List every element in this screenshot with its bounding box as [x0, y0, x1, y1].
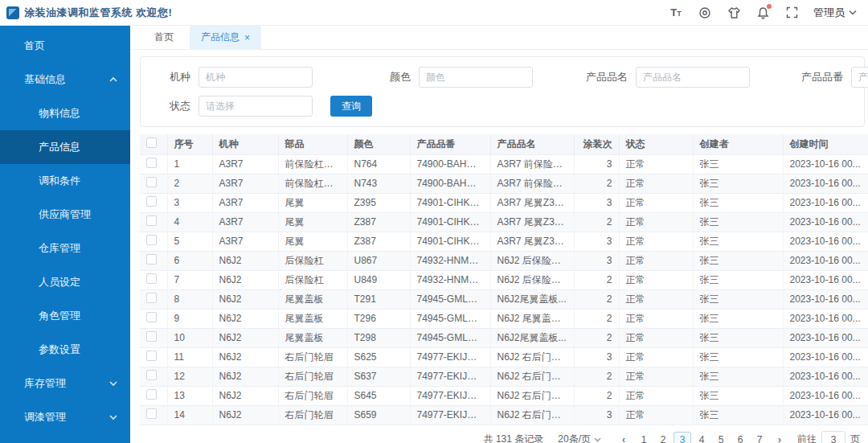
row-checkbox[interactable] [146, 254, 157, 265]
sidebar-item-角色管理[interactable]: 角色管理 [0, 299, 130, 333]
row-checkbox[interactable] [146, 408, 157, 419]
cell-status: 正常 [619, 270, 693, 289]
row-checkbox[interactable] [146, 196, 157, 207]
row-checkbox[interactable] [146, 177, 157, 187]
goto-page-input[interactable] [821, 431, 845, 443]
cell-product-name: N6J2 后保险杠... [490, 270, 574, 289]
cell-coat-count: 3 [574, 232, 619, 251]
cell-status: 正常 [619, 232, 693, 251]
cell-color: T298 [347, 328, 410, 347]
cell-seq: 13 [167, 386, 212, 405]
table-row: 3A3R7尾翼Z39574901-CIHK00...A3R7 尾翼Z395...… [140, 193, 868, 212]
cell-created-at: 2023-10-16 00... [783, 232, 868, 251]
sidebar-item-基础信息[interactable]: 基础信息 [0, 63, 130, 96]
cell-created-at: 2023-10-16 00... [783, 386, 868, 405]
theme-shirt-icon[interactable] [727, 6, 741, 20]
cell-seq: 9 [167, 309, 212, 328]
col-header-part: 部品 [278, 134, 347, 154]
cell-status: 正常 [619, 347, 693, 367]
chevron-down-icon [109, 415, 117, 420]
cell-created-at: 2023-10-16 00... [783, 251, 868, 270]
page-size-select[interactable]: 20条/页 [555, 431, 604, 443]
fullscreen-icon[interactable] [784, 6, 799, 20]
row-checkbox[interactable] [146, 351, 157, 361]
sidebar-item-库存管理[interactable]: 库存管理 [0, 367, 130, 400]
page-number-5[interactable]: 5 [712, 432, 730, 443]
cell-part: 右后门轮眉 [278, 405, 347, 425]
row-checkbox[interactable] [146, 273, 157, 284]
color-input[interactable] [419, 67, 533, 88]
sidebar-item-供应商管理[interactable]: 供应商管理 [0, 198, 130, 232]
sidebar-item-调漆管理[interactable]: 调漆管理 [0, 400, 130, 434]
cell-part-no: 74977-EKIJM0... [410, 386, 490, 405]
cell-coat-count: 3 [574, 251, 619, 270]
cell-creator: 张三 [693, 405, 783, 425]
chevron-down-icon [594, 437, 601, 442]
cell-part: 尾翼 [278, 232, 347, 251]
table-header-row: 序号机种部品颜色产品品番产品品名涂装次状态创建者创建时间 [140, 134, 868, 154]
cell-coat-count: 2 [574, 174, 619, 193]
cell-product-name: A3R7 前保险杠... [490, 154, 574, 174]
sidebar-item-物料信息[interactable]: 物料信息 [0, 96, 130, 130]
sidebar-item-参数设置[interactable]: 参数设置 [0, 333, 130, 367]
machine-type-input[interactable] [199, 67, 313, 88]
cell-created-at: 2023-10-16 00... [783, 328, 868, 347]
row-checkbox[interactable] [146, 312, 157, 322]
cell-product-name: N6J2 右后门轮... [490, 347, 574, 367]
cell-model: N6J2 [212, 328, 278, 347]
font-size-icon[interactable]: TT [669, 6, 683, 20]
row-checkbox[interactable] [146, 370, 157, 380]
cell-product-name: A3R7 尾翼Z387... [490, 212, 574, 232]
cell-part: 前保险杠饰件 [278, 174, 347, 193]
cell-creator: 张三 [693, 154, 783, 174]
sidebar-item-首页[interactable]: 首页 [0, 29, 130, 63]
cell-part: 右后门轮眉 [278, 386, 347, 405]
cell-coat-count: 3 [574, 405, 619, 425]
cell-seq: 5 [167, 232, 212, 251]
prev-page-button[interactable]: ‹ [616, 432, 632, 443]
page-number-6[interactable]: 6 [731, 432, 749, 443]
tab-product-info[interactable]: 产品信息 × [190, 26, 261, 50]
query-button[interactable]: 查询 [330, 96, 372, 117]
sidebar-item-人员设定[interactable]: 人员设定 [0, 265, 130, 299]
next-page-button[interactable]: › [772, 432, 788, 443]
sidebar-item-调和条件[interactable]: 调和条件 [0, 164, 130, 198]
filter-row-1: 机种 颜色 产品品名 产品品番 [141, 67, 864, 88]
page-number-4[interactable]: 4 [693, 432, 710, 443]
table-row: 5A3R7尾翼Z38774901-CIHK00...A3R7 尾翼Z387...… [140, 232, 868, 251]
tab-home[interactable]: 首页 [143, 26, 185, 50]
bell-icon[interactable] [755, 6, 770, 20]
status-select[interactable] [199, 96, 313, 117]
col-header-coat-count: 涂装次 [574, 134, 619, 154]
page-number-1[interactable]: 1 [635, 432, 653, 443]
chevron-down-icon [849, 10, 857, 15]
cell-created-at: 2023-10-16 00... [783, 347, 868, 367]
row-checkbox[interactable] [146, 389, 157, 400]
cell-coat-count: 2 [574, 270, 619, 289]
close-icon[interactable]: × [244, 33, 250, 43]
chevron-down-icon [109, 381, 117, 387]
row-checkbox[interactable] [146, 215, 157, 226]
page-number-3[interactable]: 3 [674, 432, 691, 443]
select-all-checkbox[interactable] [146, 137, 157, 148]
cell-status: 正常 [619, 309, 693, 328]
sidebar-item-产品信息[interactable]: 产品信息 [0, 130, 130, 164]
cell-color: Z395 [347, 193, 410, 212]
sidebar-item-仓库管理[interactable]: 仓库管理 [0, 232, 130, 265]
cell-status: 正常 [619, 154, 693, 174]
row-checkbox[interactable] [146, 331, 157, 342]
row-checkbox[interactable] [146, 293, 157, 303]
user-name: 管理员 [813, 6, 845, 20]
col-header-created-at: 创建时间 [783, 134, 868, 154]
user-menu[interactable]: 管理员 [813, 6, 857, 20]
page-number-2[interactable]: 2 [654, 432, 672, 443]
row-checkbox[interactable] [146, 235, 157, 245]
target-icon[interactable] [698, 6, 712, 20]
product-name-input[interactable] [636, 67, 750, 88]
field-product-name: 产品品名 [555, 67, 750, 88]
cell-created-at: 2023-10-16 00... [783, 289, 868, 309]
page-number-7[interactable]: 7 [751, 432, 768, 443]
row-checkbox[interactable] [146, 158, 157, 168]
cell-product-name: A3R7 尾翼Z387... [490, 232, 574, 251]
product-number-input[interactable] [851, 67, 868, 88]
